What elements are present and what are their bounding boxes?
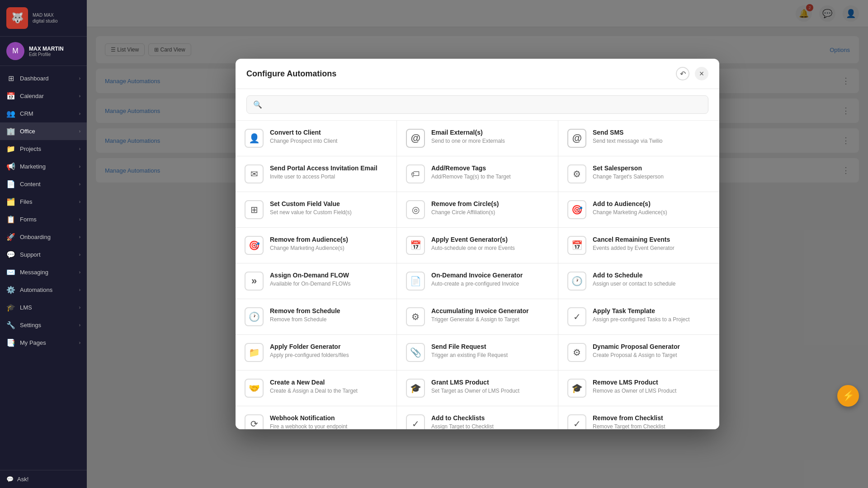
add-audiences-icon: 🎯	[567, 200, 586, 219]
automation-email-externals[interactable]: @ Email External(s) Send to one or more …	[397, 121, 558, 156]
sidebar-item-label: Support	[20, 251, 41, 258]
automation-set-custom-field[interactable]: ⊞ Set Custom Field Value Set new value f…	[236, 192, 396, 227]
automation-send-sms[interactable]: @ Send SMS Send text message via Twilio	[558, 121, 719, 156]
automation-name: Apply Task Template	[593, 307, 710, 314]
automation-remove-from-audiences[interactable]: 🎯 Remove from Audience(s) Change Marketi…	[236, 228, 396, 263]
user-profile[interactable]: M MAX MARTIN Edit Profile	[0, 37, 87, 66]
sidebar-item-content[interactable]: 📄 Content ›	[0, 175, 87, 193]
sidebar-item-projects[interactable]: 📁 Projects ›	[0, 140, 87, 158]
edit-profile-link[interactable]: Edit Profile	[29, 52, 64, 57]
configure-automations-modal: Configure Automations ↶ × 🔍 👤 Convert to…	[236, 59, 719, 429]
automation-remove-from-circles[interactable]: ◎ Remove from Circle(s) Change Circle Af…	[397, 192, 558, 227]
avatar: M	[6, 42, 24, 60]
automation-apply-task-template[interactable]: ✓ Apply Task Template Assign pre-configu…	[558, 299, 719, 334]
automation-on-demand-invoice[interactable]: 📄 On-Demand Invoice Generator Auto-creat…	[397, 263, 558, 299]
settings-icon: 🔧	[6, 321, 15, 329]
sidebar-item-label: LMS	[20, 304, 32, 311]
webhook-icon: ⟳	[245, 414, 264, 429]
crm-icon: 👥	[6, 109, 15, 118]
sidebar-item-crm[interactable]: 👥 CRM ›	[0, 105, 87, 122]
sidebar-item-label: Automations	[20, 286, 52, 293]
sidebar-item-onboarding[interactable]: 🚀 Onboarding ›	[0, 228, 87, 246]
automation-name: Set Custom Field Value	[270, 200, 387, 207]
remove-checklist-icon: ✓	[567, 414, 586, 429]
automation-apply-folder-generator[interactable]: 📁 Apply Folder Generator Apply pre-confi…	[236, 335, 396, 370]
sidebar-item-office[interactable]: 🏢 Office ›	[0, 122, 87, 140]
automation-send-portal-email[interactable]: ✉ Send Portal Access Invitation Email In…	[236, 156, 396, 192]
automation-remove-from-schedule[interactable]: 🕐 Remove from Schedule Remove from Sched…	[236, 299, 396, 334]
sidebar-item-files[interactable]: 🗂️ Files ›	[0, 193, 87, 211]
automation-dynamic-proposal[interactable]: ⚙ Dynamic Proposal Generator Create Prop…	[558, 335, 719, 370]
automation-name: Set Salesperson	[593, 164, 710, 172]
automation-name: Grant LMS Product	[431, 379, 549, 386]
support-icon: 💬	[6, 250, 15, 259]
automation-webhook-notification[interactable]: ⟳ Webhook Notification Fire a webhook to…	[236, 406, 396, 429]
convert-to-client-icon: 👤	[245, 129, 264, 148]
sidebar-item-my-pages[interactable]: 📑 My Pages ›	[0, 334, 87, 352]
automation-desc: Send text message via Twilio	[593, 137, 710, 145]
sidebar-item-messaging[interactable]: ✉️ Messaging ›	[0, 263, 87, 281]
search-input[interactable]	[267, 101, 702, 108]
lightning-fab[interactable]: ⚡	[837, 385, 859, 407]
automation-desc: Set Target as Owner of LMS Product	[431, 387, 549, 395]
automation-name: Add to Checklists	[431, 414, 549, 422]
automation-assign-on-demand-flow[interactable]: » Assign On-Demand FLOW Available for On…	[236, 263, 396, 299]
automation-remove-lms-product[interactable]: 🎓 Remove LMS Product Remove as Owner of …	[558, 371, 719, 406]
automation-cancel-remaining-events[interactable]: 📅 Cancel Remaining Events Events added b…	[558, 228, 719, 263]
modal-overlay: Configure Automations ↶ × 🔍 👤 Convert to…	[87, 0, 868, 488]
automation-name: Assign On-Demand FLOW	[270, 272, 387, 279]
automation-desc: Available for On-Demand FLOWs	[270, 280, 387, 288]
sidebar-item-automations[interactable]: ⚙️ Automations ›	[0, 281, 87, 299]
automation-desc: Assign user or contact to schedule	[593, 280, 710, 288]
automation-accumulating-invoice[interactable]: ⚙ Accumulating Invoice Generator Trigger…	[397, 299, 558, 334]
logo-icon: 🐺	[6, 7, 28, 29]
sidebar-item-forms[interactable]: 📋 Forms ›	[0, 211, 87, 228]
sidebar-item-lms[interactable]: 🎓 LMS ›	[0, 299, 87, 316]
chevron-icon: ›	[79, 235, 80, 239]
chevron-icon: ›	[79, 270, 80, 275]
chevron-icon: ›	[79, 164, 80, 169]
logo: 🐺 MAD MAX digital studio	[0, 0, 87, 37]
add-schedule-icon: 🕐	[567, 272, 586, 291]
calendar-icon: 📅	[6, 92, 15, 100]
ask-button[interactable]: 💬 Ask!	[6, 476, 80, 483]
sidebar-item-label: Settings	[20, 322, 41, 328]
automation-apply-event-generator[interactable]: 📅 Apply Event Generator(s) Auto-schedule…	[397, 228, 558, 263]
chevron-icon: ›	[79, 94, 80, 99]
automation-desc: Change Marketing Audience(s)	[593, 209, 710, 216]
sidebar-item-label: Content	[20, 181, 41, 188]
sidebar-item-calendar[interactable]: 📅 Calendar ›	[0, 87, 87, 105]
automation-set-salesperson[interactable]: ⚙ Set Salesperson Change Target's Salesp…	[558, 156, 719, 192]
sidebar-item-settings[interactable]: 🔧 Settings ›	[0, 316, 87, 334]
automation-add-to-audiences[interactable]: 🎯 Add to Audience(s) Change Marketing Au…	[558, 192, 719, 227]
sidebar-item-dashboard[interactable]: ⊞ Dashboard ›	[0, 70, 87, 87]
automation-name: Create a New Deal	[270, 379, 387, 386]
automation-add-to-schedule[interactable]: 🕐 Add to Schedule Assign user or contact…	[558, 263, 719, 299]
automation-send-file-request[interactable]: 📎 Send File Request Trigger an existing …	[397, 335, 558, 370]
automation-name: Add to Schedule	[593, 272, 710, 279]
close-button[interactable]: ×	[695, 67, 708, 80]
cancel-events-icon: 📅	[567, 236, 586, 255]
automation-name: Accumulating Invoice Generator	[431, 307, 549, 314]
automation-name: Send SMS	[593, 129, 710, 136]
automation-desc: Trigger an existing File Request	[431, 352, 549, 359]
sidebar-item-label: Dashboard	[20, 75, 49, 82]
automation-create-new-deal[interactable]: 🤝 Create a New Deal Create & Assign a De…	[236, 371, 396, 406]
sidebar-item-marketing[interactable]: 📢 Marketing ›	[0, 158, 87, 175]
automation-desc: Remove as Owner of LMS Product	[593, 387, 710, 395]
folder-generator-icon: 📁	[245, 343, 264, 362]
file-request-icon: 📎	[406, 343, 425, 362]
sidebar-nav: ⊞ Dashboard › 📅 Calendar › 👥 CRM › 🏢 Off…	[0, 66, 87, 470]
logo-text: MAD MAX digital studio	[33, 12, 58, 24]
automation-grant-lms-product[interactable]: 🎓 Grant LMS Product Set Target as Owner …	[397, 371, 558, 406]
automation-desc: Auto-schedule one or more Events	[431, 244, 549, 252]
sidebar-footer: 💬 Ask!	[0, 470, 87, 488]
automation-convert-to-client[interactable]: 👤 Convert to Client Change Prospect into…	[236, 121, 396, 156]
automation-remove-from-checklist[interactable]: ✓ Remove from Checklist Remove Target fr…	[558, 406, 719, 429]
projects-icon: 📁	[6, 145, 15, 153]
add-checklists-icon: ✓	[406, 414, 425, 429]
sidebar-item-support[interactable]: 💬 Support ›	[0, 246, 87, 263]
automation-add-remove-tags[interactable]: 🏷 Add/Remove Tags Add/Remove Tag(s) to t…	[397, 156, 558, 192]
back-button[interactable]: ↶	[676, 67, 689, 80]
automation-add-to-checklists[interactable]: ✓ Add to Checklists Assign Target to Che…	[397, 406, 558, 429]
